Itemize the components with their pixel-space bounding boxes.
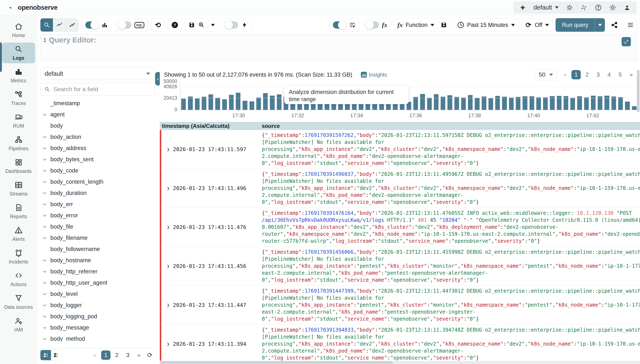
chevron-down-icon[interactable] bbox=[42, 146, 48, 151]
page-button-3[interactable]: 3 bbox=[594, 70, 603, 79]
chevron-down-icon[interactable] bbox=[42, 134, 48, 140]
sidebar-item-streams[interactable]: Streams bbox=[2, 178, 35, 199]
chevron-down-icon[interactable] bbox=[42, 157, 48, 162]
chevron-down-icon[interactable] bbox=[42, 112, 48, 118]
field-item-body_address[interactable]: body_address bbox=[40, 143, 154, 154]
query-editor[interactable]: 1 Query Editor: ⤢ bbox=[40, 34, 637, 61]
chevron-down-icon[interactable] bbox=[42, 179, 48, 185]
field-item-body_file[interactable]: body_file bbox=[40, 221, 154, 232]
field-item-body_duration[interactable]: body_duration bbox=[40, 188, 154, 199]
speed-toggle[interactable] bbox=[225, 21, 238, 28]
chevron-down-icon[interactable] bbox=[42, 235, 48, 241]
field-item-body_filename[interactable]: body_filename bbox=[40, 232, 154, 244]
function-selector[interactable]: Function bbox=[406, 22, 428, 28]
field-item-body_logging_pod[interactable]: body_logging_pod bbox=[40, 311, 154, 322]
line-chart-mode-button[interactable] bbox=[53, 18, 66, 32]
saved-search-caret-icon[interactable] bbox=[211, 24, 215, 26]
user-profile-icon[interactable] bbox=[624, 4, 631, 11]
sidebar-item-traces[interactable]: Traces bbox=[2, 88, 35, 108]
log-row[interactable]: ❯2026-01-23 17:43:11.394{"_timestamp":17… bbox=[160, 325, 640, 360]
field-item-agent[interactable]: agent bbox=[40, 109, 154, 120]
chevron-down-icon[interactable] bbox=[42, 314, 48, 319]
settings-gear-icon[interactable] bbox=[609, 4, 616, 11]
stream-selector[interactable]: default bbox=[40, 67, 154, 80]
histogram-toggle[interactable] bbox=[85, 21, 98, 28]
sidebar-item-actions[interactable]: Actions bbox=[2, 269, 35, 290]
sidebar-item-rum[interactable]: RUM bbox=[2, 110, 35, 131]
chevron-down-icon[interactable] bbox=[42, 224, 48, 230]
chevron-down-icon[interactable] bbox=[42, 336, 48, 342]
field-search-input[interactable] bbox=[53, 86, 150, 93]
page-button-5[interactable]: 5 bbox=[616, 70, 625, 79]
timestamp-column-header[interactable]: timestamp (Asia/Calcutta) bbox=[160, 123, 262, 129]
field-item-_timestamp[interactable]: _timestamp bbox=[40, 98, 154, 109]
user-fields-view-button[interactable] bbox=[40, 350, 51, 360]
field-item-body_message[interactable]: body_message bbox=[40, 322, 154, 333]
sidebar-item-home[interactable]: Home bbox=[2, 20, 35, 41]
field-item-body_error[interactable]: body_error bbox=[40, 210, 154, 221]
sidebar-item-iam[interactable]: IAM bbox=[2, 314, 35, 335]
expand-row-icon[interactable]: ❯ bbox=[167, 302, 170, 308]
log-row[interactable]: ❯2026-01-23 17:43:11.476{"_timestamp":17… bbox=[160, 208, 640, 247]
field-item-body_code[interactable]: body_code bbox=[40, 165, 154, 176]
query-help-icon[interactable]: ? bbox=[172, 22, 178, 28]
chevron-down-icon[interactable] bbox=[42, 168, 48, 174]
field-item-body_content_length[interactable]: body_content_length bbox=[40, 176, 154, 188]
chevron-down-icon[interactable] bbox=[42, 280, 48, 286]
chevron-down-icon[interactable] bbox=[42, 269, 48, 274]
field-item-body_http_user_agent[interactable]: body_http_user_agent bbox=[40, 277, 154, 288]
expand-row-icon[interactable]: ❯ bbox=[167, 186, 170, 191]
chevron-down-icon[interactable] bbox=[42, 325, 48, 330]
chevron-down-icon[interactable] bbox=[42, 202, 48, 207]
slack-icon[interactable] bbox=[580, 4, 588, 11]
run-query-caret[interactable] bbox=[595, 18, 605, 32]
sidebar-item-logs[interactable]: Logs bbox=[2, 42, 35, 63]
sidebar-item-reports[interactable]: Reports bbox=[2, 201, 35, 222]
run-query-button[interactable]: Run query bbox=[556, 22, 595, 28]
save-function-icon[interactable] bbox=[440, 22, 447, 28]
log-row[interactable]: ❯2026-01-23 17:43:11.496{"_timestamp":17… bbox=[160, 169, 640, 208]
expand-row-icon[interactable]: ❯ bbox=[167, 341, 170, 347]
sidebar-item-incidents[interactable]: Incidents bbox=[2, 246, 35, 267]
field-item-body_bytes_sent[interactable]: body_bytes_sent bbox=[40, 154, 154, 165]
field-item-body_logger[interactable]: body_logger bbox=[40, 300, 154, 311]
chevron-down-icon[interactable] bbox=[42, 190, 48, 196]
scatter-mode-button[interactable] bbox=[66, 18, 78, 32]
field-item-body_hostname[interactable]: body_hostname bbox=[40, 255, 154, 266]
page-size-selector[interactable]: 50 bbox=[535, 69, 557, 80]
field-item-body_err[interactable]: body_err bbox=[40, 199, 154, 210]
chevron-down-icon[interactable] bbox=[42, 213, 48, 218]
first-page-button[interactable]: « bbox=[560, 70, 570, 79]
ai-sparkle-icon[interactable] bbox=[519, 4, 526, 11]
save-search-icon[interactable] bbox=[188, 22, 195, 28]
source-column-header[interactable]: source bbox=[262, 123, 640, 129]
time-range-card[interactable]: Past 15 Minutes bbox=[454, 18, 518, 32]
page-button-2[interactable]: 2 bbox=[112, 350, 122, 360]
sidebar-item-data-sources[interactable]: Data sources bbox=[2, 292, 35, 312]
field-item-body[interactable]: body bbox=[40, 120, 154, 132]
sidebar-item-dashboards[interactable]: Dashboards bbox=[2, 156, 35, 176]
page-button-1[interactable]: 1 bbox=[101, 350, 110, 360]
share-icon[interactable] bbox=[611, 22, 618, 28]
log-row[interactable]: ❯2026-01-23 17:43:11.447{"_timestamp":17… bbox=[160, 286, 640, 325]
chevron-down-icon[interactable] bbox=[42, 303, 48, 308]
page-button-3[interactable]: 3 bbox=[123, 350, 132, 360]
page-button-4[interactable]: 4 bbox=[604, 70, 614, 79]
log-row[interactable]: ❯2026-01-23 17:43:11.597{"_timestamp":17… bbox=[160, 130, 640, 169]
sidebar-item-pipelines[interactable]: Pipelines bbox=[2, 133, 35, 154]
function-caret-icon[interactable] bbox=[430, 24, 434, 26]
theme-toggle-icon[interactable] bbox=[566, 4, 573, 11]
editor-expand-button[interactable]: ⤢ bbox=[622, 37, 631, 46]
search-zoom-icon[interactable] bbox=[198, 22, 205, 28]
page-button-2[interactable]: 2 bbox=[582, 70, 592, 79]
refresh-fields-icon[interactable]: ⟳ bbox=[145, 350, 154, 360]
page-button-1[interactable]: 1 bbox=[572, 70, 581, 79]
org-selector[interactable]: default bbox=[534, 4, 559, 11]
sidebar-item-metrics[interactable]: Metrics bbox=[2, 65, 35, 86]
hamburger-menu-icon[interactable] bbox=[627, 22, 634, 28]
first-page-button[interactable]: « bbox=[90, 350, 100, 360]
last-page-button[interactable]: » bbox=[626, 70, 636, 79]
field-item-body_action[interactable]: body_action bbox=[40, 132, 154, 143]
log-row[interactable]: ❯2026-01-23 17:43:11.456{"_timestamp":17… bbox=[160, 247, 640, 286]
reset-icon[interactable]: ⟲ bbox=[154, 22, 161, 28]
